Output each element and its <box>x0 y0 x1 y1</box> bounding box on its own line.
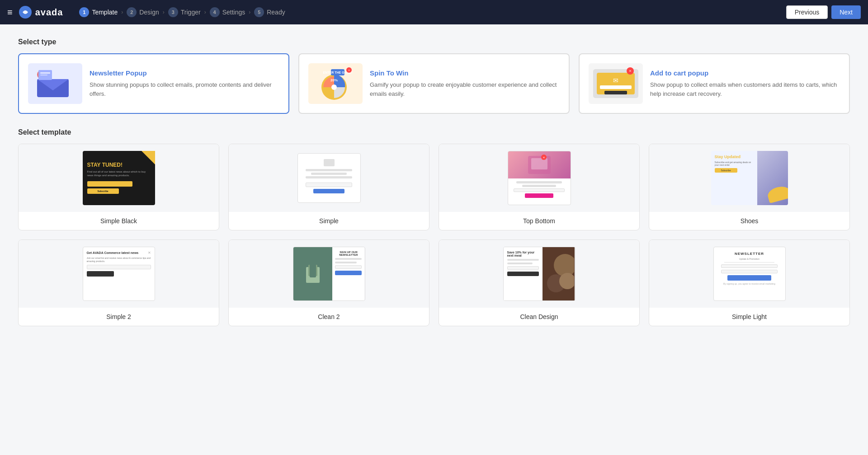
shoes-left: Stay Updated Subscribe and get amazing d… <box>711 151 757 205</box>
s-line1 <box>306 169 352 171</box>
template-name-simple-2: Simple 2 <box>19 308 219 326</box>
template-preview-clean-2: SIGN UP OUR NEWSLETTER <box>229 240 429 308</box>
cart-card-desc: Show popup to collect emails when custom… <box>650 80 840 98</box>
template-grid: Stay Tuned! Find out all of our latest n… <box>18 144 850 326</box>
step-4[interactable]: 4 Settings <box>210 7 245 17</box>
step-4-label: Settings <box>222 9 245 16</box>
type-cards: Newsletter Popup Show stunning popups to… <box>18 53 850 114</box>
logo-icon <box>18 5 33 19</box>
step-3-label: Trigger <box>181 9 201 16</box>
template-card-shoes[interactable]: Stay Updated Subscribe and get amazing d… <box>649 144 850 230</box>
c2-line1 <box>335 258 362 260</box>
step-5[interactable]: 5 Ready <box>254 7 285 17</box>
svg-text:20%: 20% <box>330 78 338 82</box>
shoes-preview: Stay Updated Subscribe and get amazing d… <box>711 151 788 205</box>
template-name-top-bottom: Top Bottom <box>439 212 639 230</box>
shoes-sub: Subscribe and get amazing deals on your … <box>715 161 754 166</box>
sb-input <box>87 181 132 187</box>
step-5-label: Ready <box>267 9 285 16</box>
cart-illus: × ✉ <box>589 63 643 104</box>
svg-text:×: × <box>629 69 631 73</box>
newsletter-preview-img <box>28 63 82 104</box>
newsletter-card-content: Newsletter Popup Show stunning popups to… <box>90 69 279 98</box>
type-card-addtocart[interactable]: × ✉ Add to cart popup Show popup to coll… <box>579 53 850 114</box>
type-card-newsletter[interactable]: Newsletter Popup Show stunning popups to… <box>18 53 289 114</box>
c2-svg <box>302 260 324 287</box>
newsletter-card-desc: Show stunning popups to collect emails, … <box>90 80 279 98</box>
template-name-shoes: Shoes <box>649 212 849 230</box>
template-card-clean-design[interactable]: Save 10% for your next meal <box>439 239 640 326</box>
newsletter-illus <box>28 63 82 104</box>
template-card-simple[interactable]: Simple <box>228 144 429 230</box>
logo-text: avada <box>35 7 63 18</box>
c2-btn <box>335 271 362 275</box>
tb-text1 <box>516 181 562 183</box>
template-preview-clean-design: Save 10% for your next meal <box>439 240 639 308</box>
shoes-title: Stay Updated <box>715 155 754 159</box>
step-5-num: 5 <box>254 7 264 17</box>
template-preview-simple-light: NEWSLETTER Update & Promotion By signing… <box>649 240 849 308</box>
cd-title-text: Save 10% for your next meal <box>507 251 539 257</box>
svg-point-9 <box>331 84 337 90</box>
s2-title-text: Get AVADA Commerce latest news <box>87 251 139 254</box>
step-2[interactable]: 2 Design <box>127 7 159 17</box>
ribbon-decoration <box>142 151 155 164</box>
header-right: Previous Next <box>786 5 861 19</box>
chevron-icon-2: › <box>163 9 165 15</box>
cd-btn <box>507 272 539 276</box>
next-button[interactable]: Next <box>831 5 861 19</box>
shoes-right <box>757 151 788 205</box>
simple-preview <box>297 153 361 203</box>
cart-card-title: Add to cart popup <box>650 69 840 77</box>
template-preview-simple-black: Stay Tuned! Find out all of our latest n… <box>19 144 219 212</box>
sl-input1 <box>721 264 777 268</box>
s2-close: ✕ <box>148 251 151 255</box>
svg-rect-20 <box>600 85 632 89</box>
svg-rect-6 <box>40 75 47 75</box>
spin-svg: ENTER THE GAME! × 20% <box>315 66 356 102</box>
cd-svg <box>542 247 574 301</box>
tb-text2 <box>522 185 557 187</box>
menu-button[interactable]: ≡ <box>7 7 13 18</box>
simple-black-preview: Stay Tuned! Find out all of our latest n… <box>83 151 155 205</box>
shoes-btn: Subscribe <box>715 168 737 173</box>
template-preview-top-bottom: × <box>439 144 639 212</box>
s-btn <box>313 189 344 193</box>
step-3[interactable]: 3 Trigger <box>168 7 201 17</box>
logo: avada <box>18 5 63 19</box>
tb-img: × <box>508 151 571 178</box>
spin-illus: ENTER THE GAME! × 20% <box>308 63 363 104</box>
sl-title-text: NEWSLETTER <box>735 252 764 256</box>
type-card-spin[interactable]: ENTER THE GAME! × 20% Spin To Win Gamify… <box>298 53 570 114</box>
shoe-decoration <box>766 184 788 203</box>
header: ≡ avada 1 Template › 2 Design › 3 Trigge… <box>0 0 868 24</box>
step-1[interactable]: 1 Template <box>79 7 118 17</box>
select-template-title: Select template <box>18 128 850 136</box>
cd-input <box>507 266 539 270</box>
cd-img <box>542 247 575 300</box>
step-4-num: 4 <box>210 7 220 17</box>
c2-title-text: SIGN UP OUR NEWSLETTER <box>335 251 362 256</box>
step-2-label: Design <box>139 9 159 16</box>
tb-input <box>514 188 565 192</box>
template-card-top-bottom[interactable]: × Top Bottom <box>439 144 640 230</box>
template-card-simple-light[interactable]: NEWSLETTER Update & Promotion By signing… <box>649 239 850 326</box>
sl-divider <box>724 262 774 263</box>
s-icon <box>324 159 335 166</box>
main-content: Select type <box>0 24 868 340</box>
simple-light-preview: NEWSLETTER Update & Promotion By signing… <box>713 247 786 301</box>
template-card-simple-2[interactable]: Get AVADA Commerce latest news ✕ Join ou… <box>18 239 219 326</box>
tb-illus-svg: × <box>526 154 553 176</box>
spin-preview-img: ENTER THE GAME! × 20% <box>308 63 363 104</box>
tb-btn <box>525 193 553 198</box>
svg-text:×: × <box>348 69 350 72</box>
previous-button[interactable]: Previous <box>786 5 828 19</box>
s-input <box>306 183 352 187</box>
svg-rect-28 <box>310 264 316 277</box>
template-card-clean-2[interactable]: SIGN UP OUR NEWSLETTER Clean 2 <box>228 239 429 326</box>
template-preview-simple <box>229 144 429 212</box>
template-card-simple-black[interactable]: Stay Tuned! Find out all of our latest n… <box>18 144 219 230</box>
select-type-section: Select type <box>18 38 850 114</box>
s-line3 <box>306 176 352 178</box>
s2-input <box>87 265 151 269</box>
